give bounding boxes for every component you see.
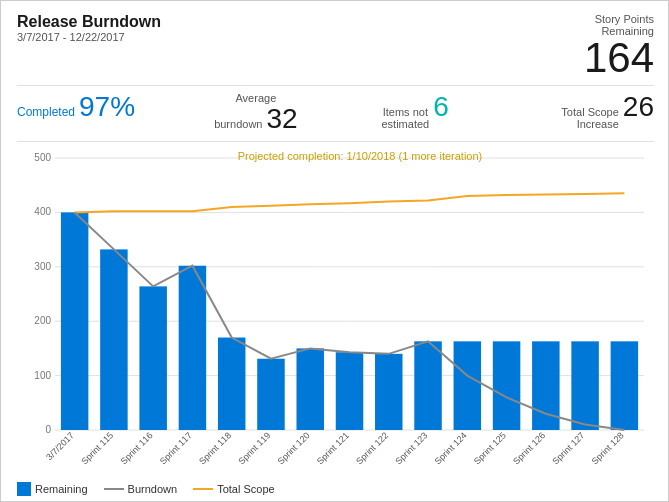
release-burndown-widget: Release Burndown 3/7/2017 - 12/22/2017 S… — [1, 1, 669, 502]
total-scope-label: Total Scope — [217, 483, 274, 495]
legend-remaining: Remaining — [17, 482, 88, 496]
projected-label: Projected completion: 1/10/2018 (1 more … — [238, 150, 483, 162]
metric-total-scope: Total Scope Increase 26 — [495, 92, 654, 135]
remaining-icon — [17, 482, 31, 496]
total-scope-icon — [193, 488, 213, 490]
date-range: 3/7/2017 - 12/22/2017 — [17, 31, 161, 43]
story-points-block: Story Points Remaining 164 — [584, 13, 654, 79]
metric-avg-burndown: Average burndown 32 — [176, 92, 335, 135]
chart-legend: Remaining Burndown Total Scope — [17, 482, 654, 496]
total-scope-value: 26 — [623, 92, 654, 123]
chart-title: Release Burndown — [17, 13, 161, 31]
metric-items-not-estimated: Items not estimated 6 — [336, 92, 495, 135]
legend-total-scope: Total Scope — [193, 483, 274, 495]
completed-label: Completed — [17, 105, 75, 119]
burndown-icon — [104, 488, 124, 490]
metric-completed: Completed 97% — [17, 92, 176, 135]
burndown-chart — [17, 148, 654, 478]
header-row: Release Burndown 3/7/2017 - 12/22/2017 S… — [17, 13, 654, 79]
legend-burndown: Burndown — [104, 483, 178, 495]
avg-burndown-value: 32 — [266, 104, 297, 135]
title-block: Release Burndown 3/7/2017 - 12/22/2017 — [17, 13, 161, 43]
story-points-value: 164 — [584, 34, 654, 81]
chart-area: Projected completion: 1/10/2018 (1 more … — [17, 148, 654, 496]
metrics-row: Completed 97% Average burndown 32 Items … — [17, 85, 654, 142]
completed-value: 97% — [79, 92, 135, 123]
burndown-label: Burndown — [128, 483, 178, 495]
items-not-estimated-value: 6 — [433, 92, 449, 123]
remaining-label: Remaining — [35, 483, 88, 495]
